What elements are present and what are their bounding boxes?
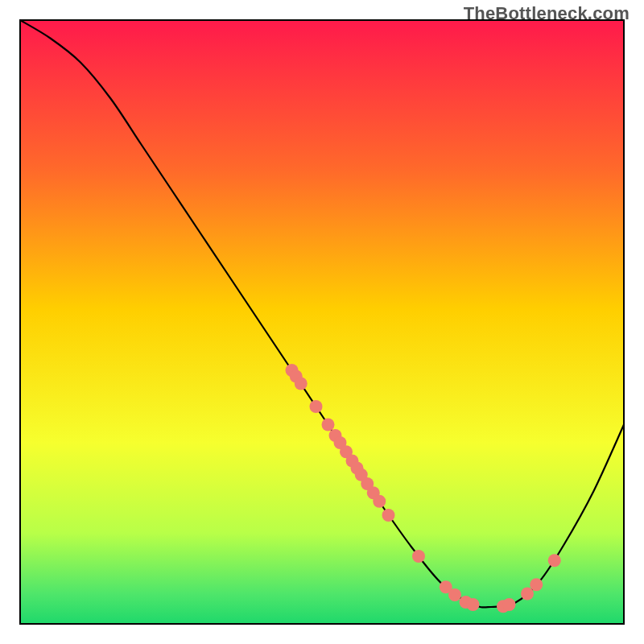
scatter-dot <box>503 598 516 611</box>
scatter-dot <box>412 550 425 563</box>
scatter-dot <box>295 378 308 390</box>
scatter-dot <box>548 554 561 567</box>
scatter-dot <box>467 598 480 611</box>
scatter-dot <box>373 495 386 508</box>
scatter-dot <box>322 419 335 431</box>
scatter-dot <box>382 509 395 522</box>
scatter-dot <box>530 578 543 591</box>
bottleneck-curve-chart <box>19 19 625 625</box>
scatter-dot <box>448 588 461 601</box>
plot-background <box>20 20 624 624</box>
scatter-dot <box>310 400 323 413</box>
chart-container: TheBottleneck.com <box>0 0 644 644</box>
